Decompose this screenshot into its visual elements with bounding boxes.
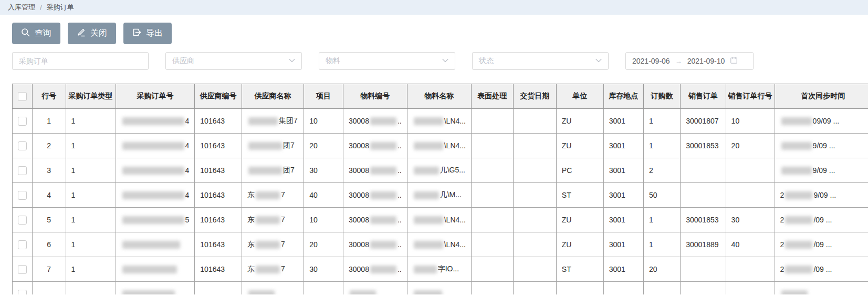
column-header-delivery-date: 交货日期 xyxy=(513,84,556,109)
redacted-text xyxy=(248,117,278,125)
cell-supplier-no: 101643 xyxy=(195,183,242,208)
column-header-material-no: 物料编号 xyxy=(343,84,407,109)
cell-line-no: 1 xyxy=(33,109,66,134)
row-select-cell xyxy=(13,208,33,232)
redacted-text xyxy=(122,191,184,199)
chevron-down-icon xyxy=(289,57,295,65)
column-header-storage-location: 库存地点 xyxy=(603,84,643,109)
cell-material-name xyxy=(407,282,471,295)
column-header-line-no: 行号 xyxy=(33,84,66,109)
table-row: 61101643东72030008..\LN4...ZU300113000188… xyxy=(13,232,868,257)
export-icon xyxy=(132,28,141,39)
cell-line-no: 6 xyxy=(33,232,66,257)
purchase-order-input[interactable] xyxy=(12,52,149,70)
cell-supplier-no: 101643 xyxy=(195,257,242,282)
cell-delivery-date xyxy=(513,158,556,183)
row-checkbox[interactable] xyxy=(18,117,27,126)
cell-delivery-date xyxy=(513,232,556,257)
cell-material-no: 30008.. xyxy=(343,257,407,282)
row-select-cell xyxy=(13,134,33,158)
column-header-surface-treatment: 表面处理 xyxy=(471,84,513,109)
cell-material-name: \LN4... xyxy=(407,232,471,257)
row-checkbox[interactable] xyxy=(18,191,27,200)
material-select-placeholder: 物料 xyxy=(326,56,340,66)
column-header-item: 项目 xyxy=(304,84,343,109)
breadcrumb-item-inbound-management[interactable]: 入库管理 xyxy=(8,3,35,12)
redacted-text xyxy=(785,241,812,249)
cell-sales-order-line xyxy=(726,257,775,282)
cell-line-no: 7 xyxy=(33,257,66,282)
supplier-select[interactable]: 供应商 xyxy=(165,52,302,70)
export-button[interactable]: 导出 xyxy=(123,23,172,44)
cell-material-name: \LN4... xyxy=(407,208,471,232)
row-select-cell xyxy=(13,109,33,134)
status-select[interactable]: 状态 xyxy=(472,52,609,70)
cell-item: 20 xyxy=(304,232,343,257)
material-select[interactable]: 物料 xyxy=(319,52,455,70)
row-select-cell xyxy=(13,282,33,295)
column-header-unit: 单位 xyxy=(556,84,603,109)
redacted-text xyxy=(414,290,442,294)
row-checkbox[interactable] xyxy=(18,290,27,294)
row-checkbox[interactable] xyxy=(18,216,27,225)
cell-supplier-no: 101643 xyxy=(195,134,242,158)
redacted-text xyxy=(122,216,184,224)
cell-po-no: 4 xyxy=(116,109,195,134)
column-header-po-type: 采购订单类型 xyxy=(66,84,116,109)
row-checkbox[interactable] xyxy=(18,141,27,150)
cell-po-no: 4 xyxy=(116,134,195,158)
date-range-picker[interactable]: 2021-09-06 → 2021-09-10 xyxy=(625,52,754,70)
cell-surface-treatment xyxy=(471,257,513,282)
column-header-material-name: 物料名称 xyxy=(407,84,471,109)
cell-surface-treatment xyxy=(471,208,513,232)
query-button[interactable]: 查询 xyxy=(12,23,60,44)
redacted-text xyxy=(370,241,396,249)
breadcrumb-item-purchase-order: 采购订单 xyxy=(47,3,74,12)
cell-sales-order-line: 40 xyxy=(726,232,775,257)
cell-material-name: 几\G5... xyxy=(407,158,471,183)
redacted-text xyxy=(781,142,812,150)
cell-supplier-no: 101643 xyxy=(195,158,242,183)
cell-material-name: 字IO... xyxy=(407,257,471,282)
cell-item xyxy=(304,282,343,295)
select-all-checkbox[interactable] xyxy=(18,92,27,101)
column-header-sales-order: 销售订单 xyxy=(681,84,726,109)
cell-storage-location: 3001 xyxy=(603,183,643,208)
redacted-text xyxy=(414,191,439,199)
row-checkbox[interactable] xyxy=(18,166,27,175)
close-button-label: 关闭 xyxy=(90,28,107,39)
cell-item: 40 xyxy=(304,183,343,208)
row-checkbox[interactable] xyxy=(18,240,27,249)
cell-sales-order: 30001853 xyxy=(681,208,726,232)
cell-material-name: 几\M... xyxy=(407,183,471,208)
breadcrumb-separator: / xyxy=(40,4,42,12)
cell-first-sync-time: 9/09 ... xyxy=(775,158,868,183)
cell-sales-order-line xyxy=(726,158,775,183)
cell-material-no: 30008.. xyxy=(343,134,407,158)
redacted-text xyxy=(370,266,396,273)
cell-storage-location xyxy=(603,282,643,295)
cell-material-no: 30008.. xyxy=(343,158,407,183)
cell-storage-location: 3001 xyxy=(603,232,643,257)
cell-po-no xyxy=(116,257,195,282)
redacted-text xyxy=(781,290,808,294)
cell-order-qty: 1 xyxy=(643,134,680,158)
column-header-order-qty: 订购数 xyxy=(643,84,680,109)
cell-line-no xyxy=(33,282,66,295)
purchase-order-table: 行号采购订单类型采购订单号供应商编号供应商名称项目物料编号物料名称表面处理交货日… xyxy=(12,84,868,294)
close-button[interactable]: 关闭 xyxy=(68,23,116,44)
redacted-text xyxy=(248,290,275,294)
cell-item: 10 xyxy=(304,208,343,232)
filter-bar: 供应商 物料 状态 2021-09-06 → 2021-09-10 xyxy=(12,52,868,70)
row-select-cell xyxy=(13,158,33,183)
cell-supplier-name: 东7 xyxy=(242,183,304,208)
cell-supplier-name: 东7 xyxy=(242,208,304,232)
row-checkbox[interactable] xyxy=(18,265,27,274)
cell-order-qty: 2 xyxy=(643,158,680,183)
redacted-text xyxy=(248,167,282,175)
table-row: 515101643东71030008..\LN4...ZU30011300018… xyxy=(13,208,868,232)
cell-po-type: 1 xyxy=(66,109,116,134)
cell-unit: PC xyxy=(556,158,603,183)
redacted-text xyxy=(370,191,396,199)
redacted-text xyxy=(781,117,812,125)
